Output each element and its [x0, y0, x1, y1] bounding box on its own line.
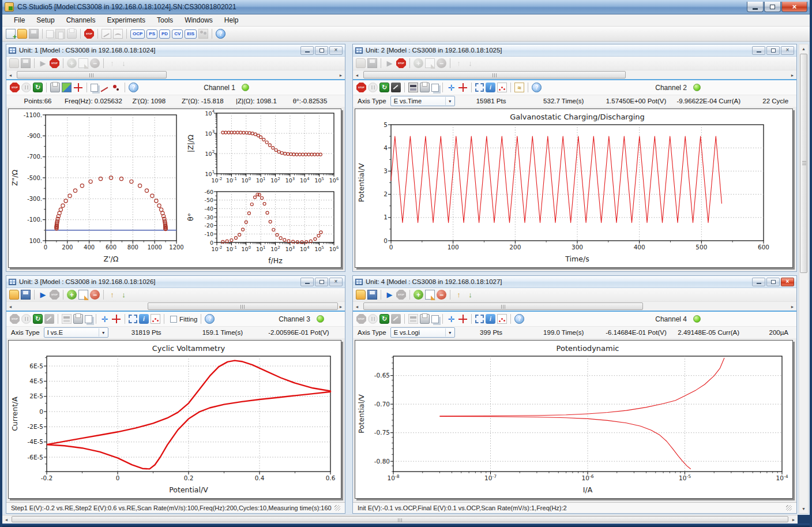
open-icon[interactable]: [9, 290, 19, 300]
remove-step-icon[interactable]: −: [437, 58, 446, 68]
mdi-vscrollbar[interactable]: ▲ ▼: [799, 44, 809, 514]
menu-file[interactable]: File: [8, 15, 31, 25]
copy-data-icon[interactable]: [91, 84, 98, 92]
move-down-icon[interactable]: ↓: [465, 58, 475, 68]
axis-type-dropdown[interactable]: E vs.Time: [390, 96, 455, 106]
scroll-thumb[interactable]: [148, 302, 338, 310]
copy-icon[interactable]: [46, 30, 54, 38]
line-tool-icon[interactable]: [100, 83, 110, 92]
fitting-checkbox[interactable]: [170, 316, 177, 323]
export-image-icon[interactable]: [62, 83, 72, 92]
data-info-icon[interactable]: i: [486, 314, 495, 324]
pan-icon[interactable]: ✛: [446, 314, 456, 324]
remove-step-icon[interactable]: −: [437, 290, 446, 300]
scroll-up-arrow[interactable]: ▲: [799, 44, 808, 53]
new-file-icon[interactable]: [6, 29, 16, 39]
print-icon[interactable]: [67, 29, 77, 39]
stop-icon[interactable]: STOP: [396, 290, 406, 300]
start-icon[interactable]: ▶: [385, 58, 394, 68]
save-icon[interactable]: [367, 290, 377, 300]
scroll-left-arrow[interactable]: ◄: [353, 302, 361, 311]
add-step-icon[interactable]: +: [413, 58, 423, 68]
print-icon[interactable]: [420, 314, 430, 324]
fit-plot-icon[interactable]: [102, 29, 111, 39]
notes-icon[interactable]: [391, 314, 401, 324]
copy-data-icon[interactable]: [431, 315, 439, 323]
bode-phase-plot[interactable]: 10-210-11001011021031041051060-10-20-30-…: [185, 188, 341, 267]
save-icon[interactable]: [21, 58, 31, 68]
unit2-close-button[interactable]: ×: [781, 46, 794, 55]
notes-icon[interactable]: [391, 83, 401, 92]
save-icon[interactable]: [29, 29, 39, 39]
open-icon[interactable]: [356, 58, 366, 68]
bode-impedance-plot[interactable]: 10-210-110010110210310410510610110210310…: [185, 109, 341, 188]
unit3-minimize-button[interactable]: [300, 278, 314, 286]
menu-windows[interactable]: Windows: [179, 15, 219, 25]
scroll-left-arrow[interactable]: ◄: [6, 71, 14, 79]
unit4-minimize-button[interactable]: [752, 278, 765, 286]
pause-icon[interactable]: [21, 83, 31, 92]
stop-icon[interactable]: STOP: [356, 314, 366, 324]
print-icon[interactable]: [50, 83, 60, 92]
help-icon[interactable]: ?: [514, 314, 524, 324]
unit4-close-button[interactable]: ×: [781, 278, 794, 286]
zoom-select-icon[interactable]: [129, 315, 137, 323]
unit3-close-button[interactable]: ×: [329, 278, 343, 286]
waveform-icon[interactable]: ≈: [514, 83, 524, 92]
add-step-icon[interactable]: +: [67, 58, 77, 68]
copy-data-icon[interactable]: [85, 315, 92, 323]
unit3-hscrollbar[interactable]: ◄ ►: [6, 301, 345, 311]
start-icon[interactable]: ▶: [385, 290, 394, 300]
scroll-thumb[interactable]: [363, 302, 643, 310]
open-file-icon[interactable]: [17, 29, 27, 39]
unit3-titlebar[interactable]: Unit: 3 [Model : CS3008 in 192.168.0.18:…: [6, 276, 345, 288]
menu-experiments[interactable]: Experiments: [101, 15, 151, 25]
cv-experiment-button[interactable]: CV: [172, 29, 183, 39]
edit-step-icon[interactable]: [425, 58, 435, 68]
ocp-experiment-button[interactable]: OCP: [130, 29, 145, 39]
scroll-left-arrow[interactable]: ◄: [353, 71, 361, 79]
move-up-icon[interactable]: ↑: [107, 58, 117, 68]
refresh-icon[interactable]: ↻: [379, 314, 389, 324]
scroll-thumb[interactable]: [12, 516, 788, 522]
save-icon[interactable]: [367, 58, 377, 68]
minimize-button[interactable]: [747, 2, 764, 12]
move-down-icon[interactable]: ↓: [119, 290, 129, 300]
restore-button[interactable]: [764, 2, 781, 12]
axis-type-dropdown[interactable]: I vs.E: [44, 327, 108, 338]
pause-icon[interactable]: [368, 83, 378, 92]
move-down-icon[interactable]: ↓: [465, 290, 475, 300]
scroll-left-arrow[interactable]: ◄: [6, 302, 14, 311]
start-icon[interactable]: ▶: [38, 290, 48, 300]
crosshair-icon[interactable]: [458, 83, 468, 92]
pd-experiment-button[interactable]: PD: [159, 29, 170, 39]
report-plot-icon[interactable]: [113, 29, 123, 39]
scroll-left-arrow[interactable]: ◄: [2, 515, 10, 524]
ps-experiment-button[interactable]: PS: [146, 29, 157, 39]
menu-setup[interactable]: Setup: [31, 15, 60, 25]
scroll-right-arrow[interactable]: ►: [337, 71, 345, 79]
scatter-mode-icon[interactable]: [497, 83, 507, 92]
pause-icon[interactable]: [368, 314, 378, 324]
remove-step-icon[interactable]: −: [90, 58, 100, 68]
menu-help[interactable]: Help: [219, 15, 245, 25]
open-icon[interactable]: [9, 58, 19, 68]
scroll-right-arrow[interactable]: ►: [788, 302, 796, 311]
paste-icon[interactable]: [55, 29, 65, 39]
refresh-icon[interactable]: ↻: [379, 83, 389, 92]
crosshair-icon[interactable]: [111, 314, 121, 324]
edit-step-icon[interactable]: [78, 290, 88, 300]
pan-icon[interactable]: ✛: [446, 83, 456, 92]
cv-plot[interactable]: -0.200.20.40.66E-54E-52E-50-2E-5-4E-5-6E…: [9, 341, 341, 498]
move-up-icon[interactable]: ↑: [454, 58, 464, 68]
help-globe-icon[interactable]: ?: [216, 29, 225, 39]
stop-icon[interactable]: STOP: [10, 314, 20, 324]
cell-setup-icon[interactable]: [408, 83, 418, 92]
edit-step-icon[interactable]: [425, 290, 435, 300]
refresh-icon[interactable]: ↻: [33, 83, 43, 92]
add-step-icon[interactable]: +: [413, 290, 423, 300]
help-icon[interactable]: ?: [532, 83, 542, 92]
scroll-right-arrow[interactable]: ►: [788, 71, 796, 79]
notes-icon[interactable]: [44, 314, 54, 324]
resize-grip[interactable]: [334, 505, 340, 511]
